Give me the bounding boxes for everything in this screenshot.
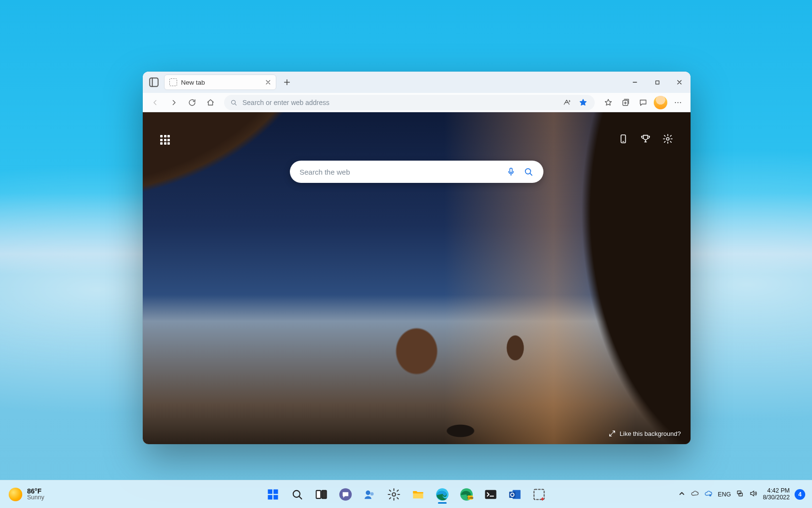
arrow-left-icon — [151, 98, 160, 107]
address-bar[interactable] — [224, 95, 595, 110]
taskbar-app-outlook[interactable] — [505, 484, 525, 505]
search-icon — [523, 166, 534, 177]
notification-badge[interactable]: 4 — [795, 489, 805, 500]
mobile-button[interactable] — [618, 134, 629, 146]
profile-button[interactable] — [653, 95, 668, 110]
tray-onedrive[interactable] — [691, 489, 699, 499]
extensions-button[interactable] — [635, 95, 651, 110]
window-close-button[interactable] — [668, 72, 691, 93]
rewards-button[interactable] — [640, 134, 651, 146]
app-launcher-button[interactable] — [160, 135, 170, 145]
taskbar-search-button[interactable] — [287, 484, 307, 505]
screenshot-icon — [532, 488, 546, 501]
clock[interactable]: 4:42 PM 8/30/2022 — [763, 488, 790, 501]
task-view-button[interactable] — [311, 484, 331, 505]
svg-point-21 — [392, 493, 396, 496]
windows-logo-icon — [266, 488, 280, 501]
star-outline-icon — [604, 98, 613, 107]
svg-text:CAN: CAN — [467, 496, 473, 499]
browser-tab[interactable]: New tab — [164, 75, 276, 90]
svg-point-8 — [666, 137, 669, 140]
collections-button[interactable] — [618, 95, 633, 110]
svg-point-6 — [680, 102, 681, 103]
ntp-header — [160, 134, 673, 146]
favorite-button[interactable] — [577, 97, 589, 108]
ntp-search-input[interactable] — [300, 168, 500, 176]
gear-icon — [662, 134, 673, 144]
clock-time: 4:42 PM — [763, 488, 790, 494]
tray-teams[interactable] — [704, 489, 713, 499]
like-background-label: Like this background? — [620, 430, 681, 437]
address-input[interactable] — [242, 99, 556, 106]
sun-icon — [9, 488, 22, 501]
close-icon — [677, 79, 682, 85]
maximize-button[interactable] — [646, 72, 668, 93]
cloud-icon — [691, 489, 699, 498]
tray-volume[interactable] — [749, 489, 758, 499]
cloud-sync-icon — [704, 489, 713, 498]
chat-icon — [639, 98, 647, 107]
search-icon — [230, 99, 238, 106]
forward-button[interactable] — [166, 95, 181, 110]
svg-point-4 — [675, 102, 676, 103]
home-button[interactable] — [203, 95, 218, 110]
back-button[interactable] — [148, 95, 163, 110]
taskbar-app-people[interactable] — [360, 484, 380, 505]
svg-rect-14 — [273, 495, 278, 499]
tab-favicon — [169, 78, 177, 86]
network-icon — [736, 489, 744, 498]
window-controls — [624, 72, 691, 93]
svg-point-5 — [677, 102, 678, 103]
mic-icon — [506, 167, 516, 177]
taskbar-app-settings[interactable] — [384, 484, 404, 505]
page-settings-button[interactable] — [662, 134, 673, 146]
voice-search-button[interactable] — [505, 165, 517, 178]
titlebar: New tab — [143, 72, 691, 93]
new-tab-page: Like this background? — [143, 112, 691, 444]
like-background-link[interactable]: Like this background? — [608, 430, 681, 437]
svg-point-20 — [370, 492, 374, 495]
taskbar-app-chat[interactable] — [335, 484, 356, 505]
svg-rect-17 — [322, 490, 326, 498]
taskbar-app-edge[interactable] — [432, 484, 452, 505]
svg-rect-26 — [485, 490, 496, 499]
weather-widget[interactable]: 86°F Sunny — [0, 488, 87, 501]
tab-close-button[interactable] — [264, 78, 272, 86]
taskbar-app-explorer[interactable] — [408, 484, 428, 505]
new-tab-button[interactable] — [279, 75, 295, 90]
app-menu-button[interactable] — [670, 95, 686, 110]
taskbar-app-snip[interactable] — [529, 484, 549, 505]
arrow-right-icon — [169, 98, 178, 107]
plus-icon — [284, 79, 290, 86]
expand-icon — [608, 430, 616, 437]
tray-network[interactable] — [736, 489, 744, 499]
edge-browser-window: New tab — [143, 72, 691, 444]
close-icon — [265, 79, 271, 85]
minimize-button[interactable] — [624, 72, 646, 93]
avatar-icon — [654, 96, 667, 109]
minimize-icon — [632, 79, 638, 85]
tab-label: New tab — [181, 79, 260, 86]
favorites-list-button[interactable] — [601, 95, 616, 110]
home-icon — [206, 98, 215, 107]
chat-icon — [339, 488, 352, 501]
taskbar-center-apps: CAN — [263, 484, 549, 505]
search-submit-button[interactable] — [522, 165, 535, 178]
vertical-tabs-button[interactable] — [148, 76, 160, 89]
taskbar-app-terminal[interactable] — [481, 484, 501, 505]
language-indicator[interactable]: ENG — [718, 491, 731, 498]
edge-canary-icon: CAN — [460, 488, 473, 501]
read-aloud-button[interactable] — [561, 97, 572, 108]
svg-rect-16 — [316, 490, 321, 498]
reload-button[interactable] — [184, 95, 200, 110]
maximize-icon — [655, 80, 660, 85]
read-aloud-icon — [562, 98, 571, 107]
nav-toolbar — [143, 93, 691, 112]
folder-icon — [411, 488, 425, 501]
start-button[interactable] — [263, 484, 283, 505]
collections-icon — [621, 98, 630, 107]
svg-rect-1 — [656, 81, 659, 84]
taskbar-app-edge-canary[interactable]: CAN — [456, 484, 477, 505]
tray-overflow-button[interactable] — [678, 490, 686, 499]
ntp-search-bar[interactable] — [290, 161, 543, 183]
